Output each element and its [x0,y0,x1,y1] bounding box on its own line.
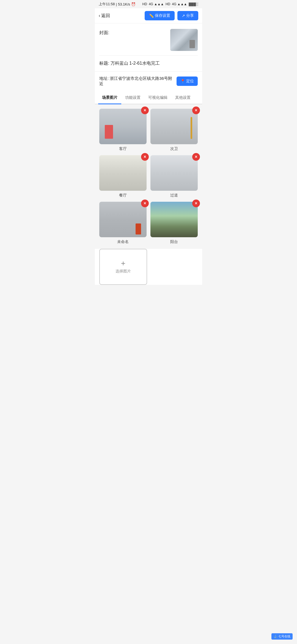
photo-label-living: 客厅 [119,146,127,151]
photo-item-bathroom: × 次卫 [150,109,198,151]
photo-item-hallway: × 过道 [150,155,198,198]
tab-scene[interactable]: 场景图片 [98,92,121,104]
status-right: HD 4G ▲▲▲ HD 4G ▲▲▲ ▓▓▓░ [142,2,198,6]
back-button[interactable]: ‹ 返回 [99,13,110,19]
photo-label-bathroom: 次卫 [170,146,178,151]
signal-4g-1: 4G ▲▲▲ [149,2,164,6]
status-bar: 上午11:58 | 53.1K/s ⏰ HD 4G ▲▲▲ HD 4G ▲▲▲ … [95,0,202,8]
photo-wrapper-unnamed: × [99,202,147,237]
photo-wrapper-hallway: × [150,155,198,191]
add-photo-button[interactable]: + 选择图片 [99,249,147,285]
photo-label-unnamed: 未命名 [117,239,129,244]
status-alarm-icon: ⏰ [131,2,136,6]
photo-item-dining: × 餐厅 [99,155,147,198]
cover-section: 封面: [95,23,202,55]
photo-image-living[interactable] [99,109,147,144]
tab-other[interactable]: 其他设置 [171,92,194,104]
delete-dining-button[interactable]: × [141,153,149,161]
photo-label-hallway: 过道 [170,193,178,198]
back-label: 返回 [101,13,110,19]
address-text: 地址: 浙江省宁波市北仑区镇大路36号附近 [99,76,174,86]
status-speed: 53.1K/s [118,2,130,6]
battery-icon: ▓▓▓░ [189,2,198,6]
delete-living-button[interactable]: × [141,107,149,114]
address-section: 地址: 浙江省宁波市北仑区镇大路36号附近 📍 定位 [95,72,202,91]
status-left: 上午11:58 | 53.1K/s ⏰ [99,2,136,7]
tab-other-label: 其他设置 [175,95,191,100]
photo-label-balcony: 阳台 [170,239,178,244]
photo-image-dining[interactable] [99,155,147,191]
title-label: 标题: [99,61,111,66]
cover-thumbnail-image [170,29,198,51]
share-button[interactable]: ↗ 分享 [177,11,198,20]
photo-image-unnamed[interactable] [99,202,147,237]
tab-function[interactable]: 功能设置 [121,92,144,104]
share-label: 分享 [186,13,194,18]
photo-wrapper-dining: × [99,155,147,191]
tab-scene-label: 场景图片 [102,95,117,100]
title-text: 标题: 万科蓝山 1-2-61水电完工 [99,61,160,66]
address-value: 浙江省宁波市北仑区镇大路36号附近 [99,76,172,86]
delete-hallway-button[interactable]: × [192,153,200,161]
save-icon: ✏️ [149,13,154,18]
location-button[interactable]: 📍 定位 [177,77,198,86]
photo-item-balcony: × 阳台 [150,202,198,244]
tab-function-label: 功能设置 [125,95,141,100]
back-chevron-icon: ‹ [99,13,100,18]
location-label: 定位 [186,79,194,84]
status-separator: | [116,2,117,6]
tabs-bar: 场景图片 功能设置 可视化编辑 其他设置 [95,92,202,104]
delete-unnamed-button[interactable]: × [141,200,149,207]
delete-balcony-button[interactable]: × [192,200,200,207]
photo-wrapper-living: × [99,109,147,144]
photo-wrapper-balcony: × [150,202,198,237]
cover-thumbnail[interactable] [170,29,198,51]
photo-image-balcony[interactable] [150,202,198,237]
add-photo-label: 选择图片 [116,269,131,274]
save-settings-button[interactable]: ✏️ 保存设置 [145,11,175,20]
hd-badge-1: HD [142,2,147,6]
hd-badge-2: HD [166,2,170,6]
address-label: 地址: [99,76,110,81]
title-value[interactable]: 万科蓝山 1-2-61水电完工 [111,61,160,66]
nav-actions: ✏️ 保存设置 ↗ 分享 [145,11,198,20]
photo-image-hallway[interactable] [150,155,198,191]
photo-grid: × 客厅 × 次卫 × 餐厅 × 过道 [95,104,202,249]
save-label: 保存设置 [155,13,170,18]
status-time: 上午11:58 [99,2,115,7]
top-nav: ‹ 返回 ✏️ 保存设置 ↗ 分享 [95,8,202,23]
photo-item-unnamed: × 未命名 [99,202,147,244]
delete-bathroom-button[interactable]: × [192,107,200,114]
tab-visual[interactable]: 可视化编辑 [144,92,171,104]
photo-item-living: × 客厅 [99,109,147,151]
signal-4g-2: 4G ▲▲▲ [172,2,187,6]
photo-image-bathroom[interactable] [150,109,198,144]
cover-label: 封面: [99,30,109,36]
photo-wrapper-bathroom: × [150,109,198,144]
main-content: 封面: 标题: 万科蓝山 1-2-61水电完工 地址: 浙江省宁波市北仑区镇大路… [95,23,202,285]
photo-label-dining: 餐厅 [119,193,127,198]
share-icon: ↗ [182,13,185,18]
add-plus-icon: + [121,260,125,267]
title-section: 标题: 万科蓝山 1-2-61水电完工 [95,56,202,71]
tab-visual-label: 可视化编辑 [148,95,167,100]
location-icon: 📍 [180,79,185,83]
